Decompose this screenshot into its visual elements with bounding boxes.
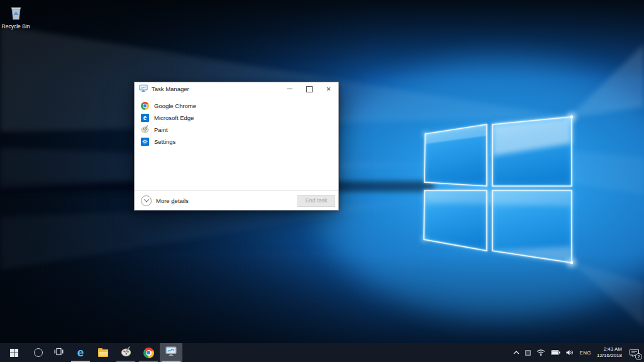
edge-icon: e	[77, 347, 84, 358]
minimize-button[interactable]	[280, 82, 299, 96]
app-window-icon	[525, 350, 531, 356]
chevron-down-circle-icon	[141, 195, 152, 206]
end-task-button[interactable]: End task	[297, 195, 335, 207]
app-list: Google Chrome e Microsoft Edge Paint	[135, 96, 338, 191]
taskbar-item-file-explorer[interactable]	[92, 343, 114, 362]
show-hidden-icons-button[interactable]	[513, 343, 520, 362]
action-center-button[interactable]: 2	[627, 343, 641, 362]
desktop: Recycle Bin Task Manager ✕ G	[0, 0, 644, 362]
maximize-button[interactable]	[299, 82, 319, 96]
volume-icon	[566, 349, 574, 356]
battery-icon	[551, 350, 560, 355]
task-manager-window: Task Manager ✕ Google Chrome e Microsoft…	[134, 82, 339, 211]
wifi-icon	[536, 349, 545, 356]
edge-icon: e	[141, 114, 149, 122]
more-details-button[interactable]: More details	[141, 195, 189, 206]
app-name: Microsoft Edge	[154, 114, 194, 121]
tray-app-window[interactable]	[525, 343, 531, 362]
task-manager-icon	[165, 346, 177, 359]
paint-icon	[121, 346, 131, 359]
notification-badge: 2	[635, 353, 642, 360]
more-details-label: More details	[156, 197, 189, 204]
task-manager-icon	[139, 84, 148, 94]
windows-logo-icon	[10, 349, 18, 357]
task-view-button[interactable]	[48, 343, 69, 362]
cortana-button[interactable]	[28, 343, 48, 362]
maximize-icon	[306, 86, 313, 92]
chrome-icon	[141, 102, 149, 110]
window-controls: ✕	[280, 82, 338, 96]
battery-button[interactable]	[550, 343, 561, 362]
recycle-bin-label: Recycle Bin	[1, 23, 30, 30]
chrome-icon	[143, 348, 154, 358]
window-footer: More details End task	[135, 190, 338, 210]
app-row-settings[interactable]: Settings	[135, 136, 338, 148]
clock-date: 12/16/2018	[597, 353, 622, 359]
app-row-microsoft-edge[interactable]: e Microsoft Edge	[135, 112, 338, 124]
app-name: Google Chrome	[154, 102, 196, 109]
window-title: Task Manager	[152, 85, 189, 92]
cortana-circle-icon	[34, 348, 43, 357]
file-explorer-icon	[98, 349, 108, 357]
task-view-icon	[54, 347, 64, 358]
recycle-bin[interactable]: Recycle Bin	[1, 4, 30, 30]
minimize-icon	[287, 89, 292, 89]
app-name: Paint	[154, 126, 168, 133]
taskbar-item-task-manager[interactable]	[160, 343, 182, 362]
recycle-bin-icon	[9, 4, 23, 23]
language-indicator[interactable]: ENG	[579, 343, 592, 362]
clock-time: 2:43 AM	[597, 346, 622, 353]
clock[interactable]: 2:43 AM 12/16/2018	[596, 343, 623, 362]
start-button[interactable]	[0, 343, 28, 362]
app-row-google-chrome[interactable]: Google Chrome	[135, 100, 338, 112]
taskbar-item-chrome[interactable]	[137, 343, 160, 362]
paint-icon	[141, 125, 149, 134]
network-button[interactable]	[536, 343, 546, 362]
taskbar: e	[0, 343, 644, 362]
windows-logo	[421, 112, 576, 267]
chevron-up-icon	[513, 351, 519, 354]
close-button[interactable]: ✕	[319, 82, 338, 96]
volume-button[interactable]	[565, 343, 574, 362]
title-bar[interactable]: Task Manager ✕	[135, 82, 338, 96]
system-tray: ENG 2:43 AM 12/16/2018 2	[510, 343, 644, 362]
settings-icon	[141, 138, 149, 146]
close-icon: ✕	[326, 86, 331, 92]
app-name: Settings	[154, 138, 175, 145]
taskbar-item-paint[interactable]	[114, 343, 137, 362]
app-row-paint[interactable]: Paint	[135, 124, 338, 136]
taskbar-item-edge[interactable]: e	[69, 343, 92, 362]
